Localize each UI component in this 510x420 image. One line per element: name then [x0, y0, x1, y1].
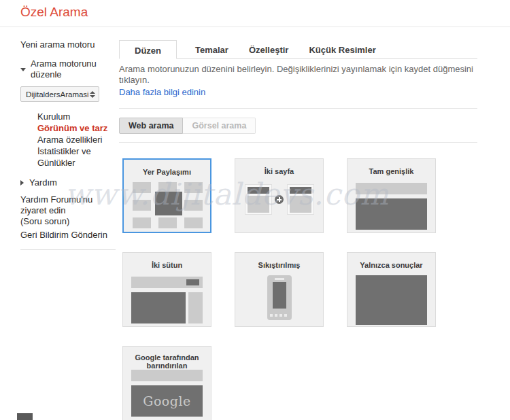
layout-card-title: Yer Paylaşımı — [124, 168, 210, 176]
layout-card-title: Google tarafından barındırılan — [123, 353, 211, 370]
search-button-shape — [186, 279, 199, 285]
learn-more-link[interactable]: Daha fazla bilgi edinin — [119, 87, 205, 97]
sidebar-item-setup[interactable]: Kurulum — [37, 111, 119, 122]
layout-card-title: İki sayfa — [235, 167, 323, 175]
sidebar-item-help-forum[interactable]: Yardım Forumu'nu ziyaret edin (Soru soru… — [20, 194, 119, 227]
sidebar-item-look-and-feel[interactable]: Görünüm ve tarz — [37, 122, 119, 134]
overlay-popup-shape — [155, 192, 182, 215]
chevron-right-icon — [20, 180, 24, 186]
visit-forum-label: Yardım Forumu'nu ziyaret edin — [20, 194, 119, 216]
plus-icon — [275, 195, 284, 204]
tab-bar: Düzen Temalar Özelleştir Küçük Resimler — [119, 40, 477, 59]
engine-section-list: Kurulum Görünüm ve tarz Arama özellikler… — [37, 111, 119, 169]
sidebar-item-statistics-logs[interactable]: İstatistikler ve Günlükler — [37, 145, 119, 169]
layout-card-results-only[interactable]: Yalnızca sonuçlar — [347, 252, 436, 327]
layout-card-title: Sıkıştırılmış — [235, 261, 323, 269]
search-type-toggle: Web arama Görsel arama — [119, 118, 477, 134]
layout-card-title: Tam genişlik — [347, 167, 435, 175]
layout-card-overlay[interactable]: Yer Paylaşımı — [122, 158, 211, 233]
layout-card-google-hosted[interactable]: Google tarafından barındırılan Google — [122, 346, 211, 420]
tab-layout[interactable]: Düzen — [119, 40, 177, 59]
cutoff-dark-square — [17, 413, 33, 420]
results-shape — [131, 292, 186, 323]
page-header: Özel Arama — [0, 0, 510, 27]
chevron-down-icon — [20, 68, 26, 71]
divider — [119, 108, 477, 109]
layout-card-title: Yalnızca sonuçlar — [347, 261, 435, 269]
searchbox-shape — [131, 370, 203, 381]
tab-thumbnails[interactable]: Küçük Resimler — [299, 40, 386, 58]
layout-card-full-width[interactable]: Tam genişlik — [347, 158, 436, 233]
layout-description: Arama motorunuzun düzenini belirleyin. D… — [119, 64, 477, 86]
custom-search-settings-page: Özel Arama Yeni arama motoru Arama motor… — [0, 0, 510, 420]
main-content: Düzen Temalar Özelleştir Küçük Resimler … — [119, 40, 477, 420]
sidebar-item-feedback[interactable]: Geri Bildirim Gönderin — [20, 230, 119, 241]
sidebar-item-edit-engine[interactable]: Arama motorunu düzenle — [12, 58, 119, 80]
divider — [119, 142, 477, 143]
layout-card-two-page[interactable]: İki sayfa — [235, 158, 324, 233]
sidebar-item-search-features[interactable]: Arama özellikleri — [37, 134, 119, 145]
help-label: Yardım — [29, 177, 57, 188]
tab-customize[interactable]: Özelleştir — [239, 40, 299, 58]
sidebar-item-help[interactable]: Yardım — [20, 177, 119, 188]
searchbox-shape — [131, 277, 203, 288]
web-search-toggle[interactable]: Web arama — [119, 118, 183, 134]
searchbox-shape — [356, 183, 427, 194]
google-hosted-shape: Google — [131, 385, 203, 417]
edit-engine-label: Arama motorunu düzenle — [31, 58, 119, 80]
page-title: Özel Arama — [20, 5, 88, 20]
layout-card-compact[interactable]: Sıkıştırılmış — [235, 252, 324, 327]
layout-card-title: İki sütun — [123, 261, 211, 269]
sidebar: Yeni arama motoru Arama motorunu düzenle… — [20, 37, 119, 250]
side-column-shape — [188, 292, 203, 323]
results-shape — [356, 198, 427, 230]
layout-options-grid: Yer Paylaşımı İki sayfa Tam genişlik — [119, 158, 477, 420]
up-down-spinner-icon — [90, 91, 95, 98]
sidebar-divider — [20, 249, 116, 250]
image-search-toggle[interactable]: Görsel arama — [183, 118, 256, 134]
engine-select-value: DijitaldersAramasi2 — [26, 89, 88, 100]
engine-select[interactable]: DijitaldersAramasi2 — [20, 86, 99, 102]
results-shape — [356, 275, 427, 325]
sidebar-item-new-engine[interactable]: Yeni arama motoru — [20, 39, 119, 50]
mobile-phone-icon — [267, 275, 292, 320]
layout-card-two-column[interactable]: İki sütun — [122, 252, 211, 327]
google-logo: Google — [143, 393, 191, 408]
tab-themes[interactable]: Temalar — [185, 40, 239, 58]
ask-question-label: (Soru sorun) — [20, 216, 119, 227]
